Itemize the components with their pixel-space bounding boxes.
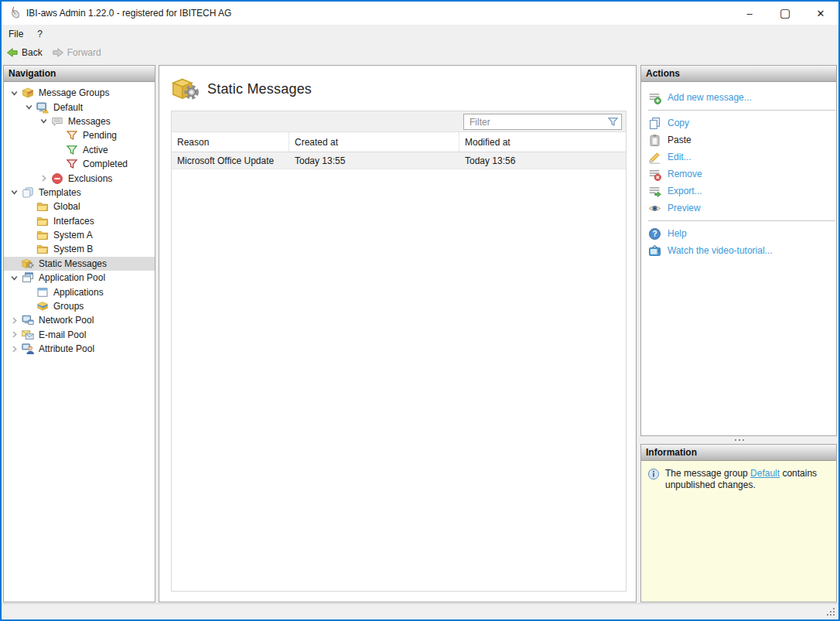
- window-title: IBI-aws Admin 1.22.0 - registered for IB…: [26, 8, 231, 19]
- menu-bar: File ?: [2, 25, 838, 43]
- eye-icon: [648, 202, 661, 215]
- groups-icon: [36, 300, 49, 312]
- help-button[interactable]: Help: [641, 225, 836, 242]
- chevron-down-icon[interactable]: [7, 186, 21, 199]
- exclusions-icon: [50, 172, 63, 185]
- back-arrow-icon: [6, 46, 19, 59]
- tree-item-pending[interactable]: Pending: [4, 128, 155, 142]
- back-button-label: Back: [22, 47, 43, 58]
- preview-button[interactable]: Preview: [641, 200, 836, 217]
- navigation-panel: Navigation Message Groups Default Messag…: [3, 65, 155, 602]
- tree-item-active[interactable]: Active: [4, 143, 155, 157]
- funnel-completed-icon: [65, 158, 78, 170]
- information-body: The message group Default contains unpub…: [641, 461, 836, 602]
- navigation-header: Navigation: [4, 66, 155, 82]
- applications-icon: [36, 286, 49, 299]
- help-icon: [648, 227, 661, 241]
- funnel-active-icon: [65, 144, 78, 156]
- default-group-icon: [36, 101, 49, 114]
- folder-icon: [36, 200, 49, 213]
- tree-item-interfaces[interactable]: Interfaces: [4, 214, 155, 228]
- chevron-right-icon[interactable]: [7, 343, 21, 355]
- splitter-grip-dots: [739, 439, 740, 441]
- folder-icon: [36, 243, 49, 255]
- column-header-reason[interactable]: Reason: [172, 132, 289, 152]
- menu-file[interactable]: File: [2, 25, 30, 43]
- information-panel: Information The message group Default co…: [640, 444, 837, 602]
- tree-item-global[interactable]: Global: [4, 200, 155, 213]
- back-button[interactable]: Back: [2, 44, 47, 61]
- column-header-modified-at[interactable]: Modified at: [459, 132, 626, 152]
- navigation-tree: Message Groups Default Messages Pending: [4, 82, 155, 356]
- add-new-message-button[interactable]: Add new message...: [641, 89, 836, 106]
- status-bar: [2, 603, 838, 619]
- actions-panel: Actions Add new message... Copy Paste: [640, 65, 837, 436]
- info-icon: [647, 468, 660, 480]
- app-window: IBI-aws Admin 1.22.0 - registered for IB…: [0, 0, 840, 621]
- tree-item-applications[interactable]: Applications: [4, 285, 155, 299]
- actions-header: Actions: [641, 66, 836, 82]
- table-header: Reason Created at Modified at: [172, 132, 626, 152]
- tree-item-network-pool[interactable]: Network Pool: [4, 313, 155, 327]
- default-group-link[interactable]: Default: [750, 468, 780, 479]
- tree-item-groups[interactable]: Groups: [4, 299, 155, 313]
- information-message: The message group Default contains unpub…: [647, 468, 830, 491]
- static-messages-icon: [172, 75, 200, 103]
- export-button[interactable]: Export...: [641, 183, 836, 200]
- panel-splitter[interactable]: [640, 436, 837, 444]
- tree-item-static-messages[interactable]: Static Messages: [4, 257, 155, 271]
- network-pool-icon: [21, 314, 34, 326]
- watch-video-tutorial-button[interactable]: Watch the video-tutorial...: [641, 242, 836, 259]
- actions-separator: [648, 220, 835, 221]
- maximize-button[interactable]: ▢: [767, 2, 803, 25]
- table-row[interactable]: Microsoft Office Update Today 13:55 Toda…: [172, 152, 626, 169]
- video-tutorial-icon: [648, 244, 661, 258]
- chevron-down-icon[interactable]: [7, 271, 21, 284]
- forward-arrow-icon: [52, 46, 64, 59]
- tree-item-system-b[interactable]: System B: [4, 242, 155, 256]
- copy-button[interactable]: Copy: [641, 114, 836, 131]
- edit-button[interactable]: Edit...: [641, 148, 836, 165]
- remove-button[interactable]: Remove: [641, 165, 836, 183]
- application-pool-icon: [21, 271, 34, 284]
- chevron-down-icon[interactable]: [22, 101, 36, 114]
- message-groups-icon: [21, 87, 34, 99]
- page-title-bar: Static Messages: [159, 66, 636, 106]
- chevron-right-icon[interactable]: [7, 314, 21, 326]
- tree-item-message-groups[interactable]: Message Groups: [4, 86, 155, 100]
- tree-item-system-a[interactable]: System A: [4, 228, 155, 242]
- minimize-button[interactable]: –: [732, 2, 767, 25]
- close-button[interactable]: ✕: [803, 2, 838, 25]
- menu-help[interactable]: ?: [30, 25, 50, 43]
- page-title: Static Messages: [207, 81, 312, 97]
- forward-button[interactable]: Forward: [47, 44, 106, 61]
- resize-grip[interactable]: [833, 614, 835, 616]
- tree-item-exclusions[interactable]: Exclusions: [4, 171, 155, 185]
- filter-toolbar: [172, 111, 626, 132]
- chevron-right-icon[interactable]: [7, 329, 21, 341]
- message-add-icon: [648, 91, 661, 104]
- paste-button[interactable]: Paste: [641, 131, 836, 148]
- chevron-down-icon[interactable]: [36, 115, 50, 128]
- tree-item-completed[interactable]: Completed: [4, 157, 155, 171]
- cell-created-at: Today 13:55: [289, 152, 459, 169]
- tree-item-attribute-pool[interactable]: Attribute Pool: [4, 342, 155, 356]
- message-list: Reason Created at Modified at Microsoft …: [171, 111, 627, 592]
- chevron-down-icon[interactable]: [7, 87, 21, 99]
- filter-input[interactable]: [463, 114, 622, 130]
- tree-item-messages[interactable]: Messages: [4, 114, 155, 128]
- app-icon: [8, 6, 22, 20]
- chevron-right-icon[interactable]: [36, 172, 50, 185]
- tree-item-email-pool[interactable]: E-mail Pool: [4, 328, 155, 342]
- messages-icon: [50, 115, 63, 128]
- cell-modified-at: Today 13:56: [459, 152, 626, 169]
- tree-item-default[interactable]: Default: [4, 100, 155, 114]
- filter-funnel-icon[interactable]: [607, 116, 619, 128]
- workspace: Navigation Message Groups Default Messag…: [2, 62, 838, 603]
- column-header-created-at[interactable]: Created at: [289, 132, 459, 152]
- tree-item-templates[interactable]: Templates: [4, 186, 155, 200]
- folder-icon: [36, 215, 49, 227]
- navigation-toolbar: Back Forward: [2, 43, 838, 62]
- tree-item-application-pool[interactable]: Application Pool: [4, 271, 155, 285]
- actions-list: Add new message... Copy Paste Edit...: [641, 82, 836, 259]
